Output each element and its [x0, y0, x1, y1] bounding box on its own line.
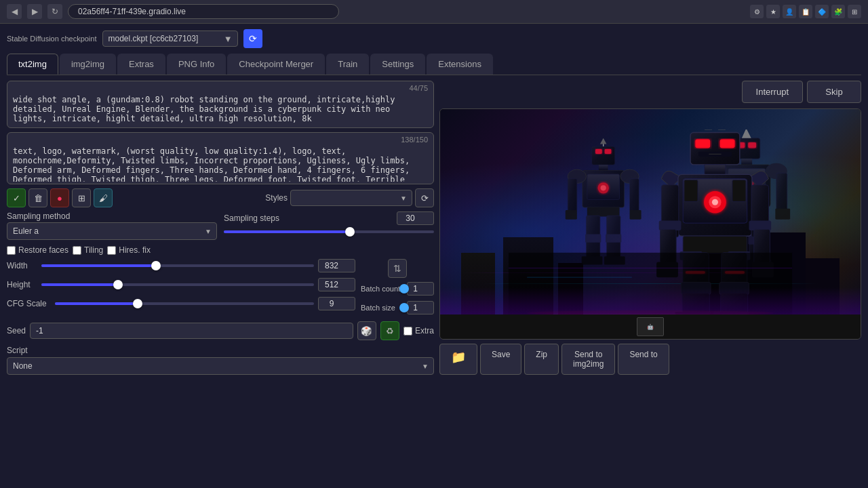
width-label: Width — [7, 261, 37, 270]
seed-input[interactable] — [30, 323, 353, 339]
thumbnail-strip: 🤖 — [440, 314, 861, 339]
height-label: Height — [7, 280, 37, 289]
tab-pnginfo[interactable]: PNG Info — [167, 54, 226, 75]
tiling-label: Tiling — [84, 245, 103, 255]
sampling-method-select[interactable]: Euler a — [7, 222, 217, 240]
sampling-steps-slider-container — [224, 226, 434, 237]
sampling-method-label: Sampling method — [7, 211, 70, 221]
left-panel: 44/75 // Will be set via JS below 138/15… — [7, 81, 434, 375]
svg-rect-52 — [705, 165, 726, 175]
height-input[interactable] — [318, 278, 355, 291]
hires-fix-checkbox[interactable] — [107, 246, 116, 255]
svg-rect-13 — [630, 179, 639, 211]
address-bar[interactable]: 02a56ff4-71ff-439e.gradio.live — [68, 4, 339, 19]
sampling-steps-fill — [224, 230, 350, 233]
grid-button[interactable]: ⊞ — [72, 188, 91, 207]
folder-button[interactable]: 📁 — [439, 344, 477, 375]
model-select[interactable]: model.ckpt [cc6cb27103] — [102, 30, 238, 47]
thumbnail[interactable]: 🤖 — [637, 317, 664, 336]
refresh-model-button[interactable]: ⟳ — [243, 29, 262, 48]
svg-rect-1 — [595, 149, 602, 154]
tab-img2img[interactable]: img2img — [60, 54, 116, 75]
send-img2img-label: Send toimg2img — [573, 350, 604, 369]
script-select[interactable]: None — [7, 357, 434, 375]
styles-select[interactable] — [290, 190, 412, 206]
svg-rect-0 — [592, 146, 615, 165]
width-thumb[interactable] — [151, 261, 161, 270]
width-slider-container — [41, 260, 314, 271]
back-button[interactable]: ◀ — [7, 4, 22, 19]
seed-row: Seed 🎲 ♻ Extra — [7, 321, 434, 340]
send-to-img2img-button[interactable]: Send toimg2img — [561, 344, 615, 375]
height-slider-container — [41, 279, 314, 290]
negative-prompt-input[interactable] — [7, 133, 433, 182]
randomize-seed-button[interactable]: 🎲 — [357, 321, 376, 340]
skip-button[interactable]: Skip — [807, 81, 861, 103]
cfg-fill — [55, 302, 138, 305]
paint-button[interactable]: 🖌 — [94, 188, 113, 207]
browser-icon-2: ★ — [766, 5, 780, 18]
save-button[interactable]: Save — [480, 344, 521, 375]
restore-faces-checkbox-label[interactable]: Restore faces — [7, 245, 68, 255]
height-thumb[interactable] — [113, 280, 123, 289]
styles-select-wrapper: ▼ — [290, 190, 412, 206]
send-to-button[interactable]: Send to — [618, 344, 669, 375]
tab-extensions[interactable]: Extensions — [427, 54, 493, 75]
negative-prompt-container: 138/150 — [7, 132, 434, 184]
script-label: Script — [7, 346, 434, 355]
tab-txt2img[interactable]: txt2img — [7, 54, 58, 75]
positive-prompt-counter: 44/75 — [409, 84, 428, 92]
refresh-button[interactable]: ↻ — [47, 4, 62, 19]
positive-prompt-input[interactable] — [7, 81, 433, 125]
tab-train[interactable]: Train — [326, 54, 369, 75]
cfg-input[interactable] — [318, 297, 355, 310]
trash-button[interactable]: 🗑 — [28, 188, 47, 207]
tab-extras[interactable]: Extras — [117, 54, 165, 75]
zip-button[interactable]: Zip — [524, 344, 559, 375]
refresh-styles-button[interactable]: ⟳ — [415, 188, 434, 207]
width-track — [41, 264, 314, 267]
interrupt-button[interactable]: Interrupt — [742, 81, 803, 103]
app-container: Stable Diffusion checkpoint model.ckpt [… — [0, 24, 868, 380]
tab-checkpoint-merger[interactable]: Checkpoint Merger — [227, 54, 325, 75]
forward-button[interactable]: ▶ — [27, 4, 42, 19]
batch-count-label: Batch count — [361, 285, 401, 293]
sampling-steps-thumb[interactable] — [345, 227, 355, 237]
svg-point-57 — [712, 199, 718, 205]
svg-rect-58 — [684, 180, 698, 202]
width-input[interactable] — [318, 259, 355, 272]
hires-fix-checkbox-label[interactable]: Hires. fix — [107, 245, 151, 255]
browser-chrome: ◀ ▶ ↻ 02a56ff4-71ff-439e.gradio.live ⚙ ★… — [0, 0, 868, 24]
tiling-checkbox-label[interactable]: Tiling — [73, 245, 103, 255]
recycle-seed-button[interactable]: ♻ — [380, 321, 399, 340]
sampling-steps-input[interactable] — [397, 211, 434, 225]
browser-icons: ⚙ ★ 👤 📋 🔷 🧩 ⊞ — [750, 5, 861, 18]
extra-seed-checkbox[interactable] — [403, 327, 412, 336]
batch-count-thumb[interactable] — [399, 284, 409, 293]
batch-size-thumb[interactable] — [399, 303, 409, 312]
extra-seed-label[interactable]: Extra — [403, 326, 434, 336]
height-track — [41, 283, 314, 286]
restore-faces-checkbox[interactable] — [7, 246, 16, 255]
batch-size-input[interactable] — [407, 301, 434, 314]
svg-rect-19 — [585, 235, 601, 243]
cfg-thumb[interactable] — [133, 299, 142, 308]
right-panel: Interrupt Skip Waiting... × — [439, 81, 861, 375]
tab-settings[interactable]: Settings — [370, 54, 425, 75]
bottom-toolbar: 📁 Save Zip Send toimg2img Send to — [439, 344, 861, 375]
cfg-label: CFG Scale — [7, 299, 51, 308]
hires-fix-label: Hires. fix — [119, 245, 151, 255]
settings-grid: Width Height — [7, 259, 434, 316]
dimension-settings: Width Height — [7, 259, 355, 316]
tiling-checkbox[interactable] — [73, 246, 81, 255]
height-fill — [41, 283, 118, 286]
red-circle-button[interactable]: ● — [50, 188, 69, 207]
batch-count-input[interactable] — [407, 282, 434, 296]
generate-check-button[interactable]: ✓ — [7, 188, 26, 207]
cfg-row: CFG Scale — [7, 297, 355, 310]
positive-prompt-container: 44/75 // Will be set via JS below — [7, 81, 434, 128]
folder-icon: 📁 — [451, 350, 466, 365]
batch-size-label: Batch size — [361, 304, 401, 312]
swap-batch-section: ⇅ Batch count — [361, 259, 434, 316]
swap-dimensions-button[interactable]: ⇅ — [388, 259, 407, 278]
